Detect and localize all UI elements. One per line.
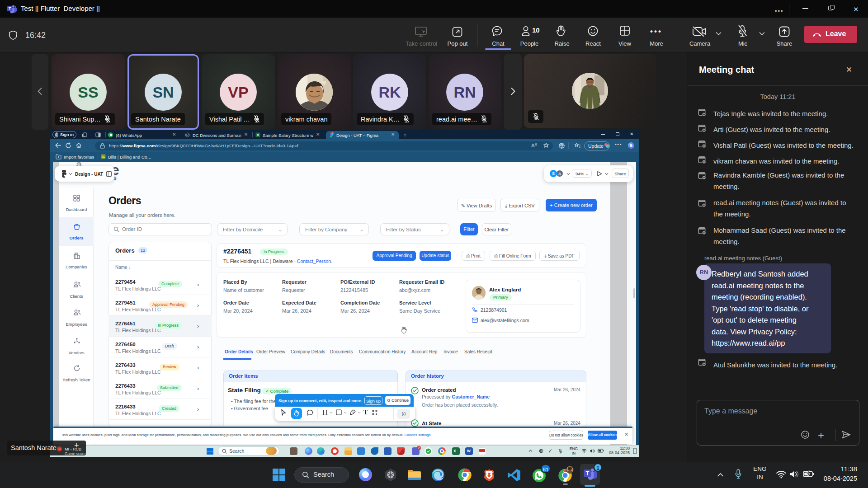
svg-text:T: T: [9, 6, 11, 11]
svg-text:✍: ✍: [101, 155, 105, 159]
svg-text:T: T: [586, 470, 590, 477]
